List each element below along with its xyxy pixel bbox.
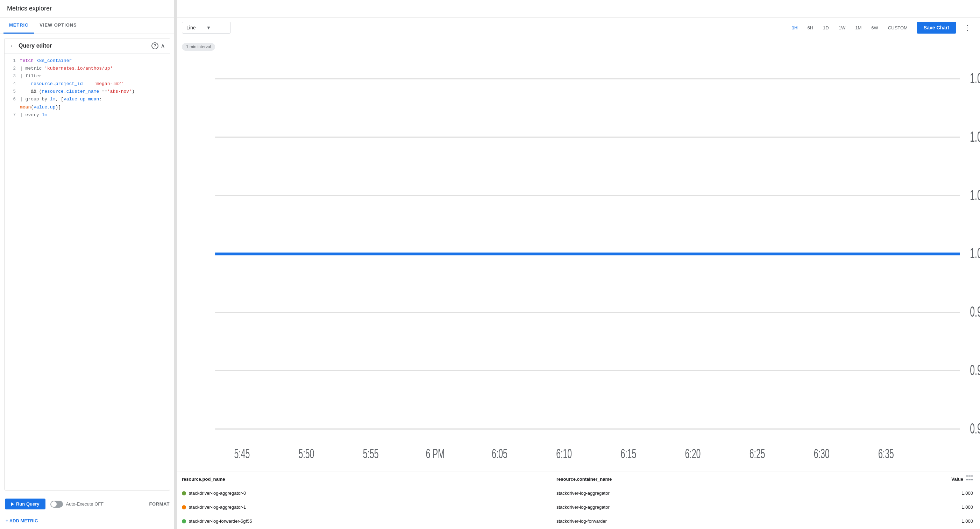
back-arrow-icon[interactable]: ← — [10, 42, 16, 50]
svg-text:6:05: 6:05 — [492, 446, 508, 461]
value-cell-2: 1.000 — [931, 518, 973, 524]
query-editor-title: ← Query editor — [10, 42, 151, 50]
svg-text:0.94: 0.94 — [970, 420, 980, 436]
value-label: Value — [951, 476, 963, 482]
play-icon — [11, 502, 14, 506]
auto-execute-toggle[interactable] — [50, 501, 63, 508]
pod-cell-0: stackdriver-log-aggregator-0 — [182, 491, 557, 496]
query-editor-panel: ← Query editor ? ∧ 1 fetch k8s_container… — [4, 38, 170, 491]
column-options-icon[interactable] — [966, 475, 973, 483]
left-tabs: METRIC VIEW OPTIONS — [0, 18, 175, 34]
interval-badge: 1 min interval — [182, 43, 215, 51]
svg-text:6:10: 6:10 — [556, 446, 572, 461]
time-btn-1w[interactable]: 1W — [835, 23, 849, 32]
dropdown-arrow-icon: ▼ — [206, 25, 211, 30]
time-buttons: 1H 6H 1D 1W 1M 6W CUSTOM — [788, 23, 911, 32]
svg-text:0.96: 0.96 — [970, 362, 980, 378]
col-header-pod: resource.pod_name — [182, 476, 557, 482]
svg-text:6:35: 6:35 — [878, 446, 894, 461]
time-btn-1h[interactable]: 1H — [788, 23, 801, 32]
svg-text:1.02: 1.02 — [970, 187, 980, 203]
code-line-2: 2 | metric 'kubernetes.io/anthos/up' — [10, 65, 165, 72]
row-dot-0 — [182, 491, 186, 496]
auto-execute-label: Auto-Execute OFF — [66, 501, 103, 507]
container-cell-2: stackdriver-log-forwarder — [557, 518, 931, 524]
chart-area: 1 min interval 1.06 1.04 1.02 1.00 0.9 — [175, 38, 980, 472]
main-layout: METRIC VIEW OPTIONS ← Query editor ? ∧ 1… — [0, 18, 980, 528]
svg-text:5:45: 5:45 — [234, 446, 250, 461]
resize-handle[interactable] — [174, 0, 177, 528]
time-btn-custom[interactable]: CUSTOM — [885, 23, 911, 32]
data-table: resource.pod_name resource.container_nam… — [175, 472, 980, 528]
chart-type-select[interactable]: Line ▼ — [182, 22, 231, 33]
pod-name-1: stackdriver-log-aggregator-1 — [189, 505, 246, 510]
svg-text:1.00: 1.00 — [970, 245, 980, 261]
chart-toolbar: Line ▼ 1H 6H 1D 1W 1M 6W CUSTOM Save Cha… — [175, 18, 980, 38]
more-options-icon[interactable]: ⋮ — [962, 22, 973, 33]
code-line-5: 5 && (resource.cluster_name =='aks-nov') — [10, 88, 165, 96]
time-btn-1m[interactable]: 1M — [852, 23, 865, 32]
col-header-value: Value — [931, 475, 973, 483]
save-chart-button[interactable]: Save Chart — [917, 22, 956, 33]
bottom-bar: Run Query Auto-Execute OFF FORMAT — [0, 495, 175, 513]
time-btn-6w[interactable]: 6W — [868, 23, 882, 32]
code-line-1: 1 fetch k8s_container — [10, 57, 165, 65]
app-title: Metrics explorer — [7, 5, 52, 12]
svg-text:6:20: 6:20 — [685, 446, 701, 461]
right-panel: Line ▼ 1H 6H 1D 1W 1M 6W CUSTOM Save Cha… — [175, 18, 980, 528]
tab-metric[interactable]: METRIC — [3, 18, 34, 33]
row-dot-2 — [182, 519, 186, 523]
collapse-icon[interactable]: ∧ — [161, 42, 165, 50]
run-query-label: Run Query — [16, 501, 39, 507]
code-editor[interactable]: 1 fetch k8s_container 2 | metric 'kubern… — [5, 54, 170, 123]
code-line-3: 3 | filter — [10, 72, 165, 80]
add-metric-label: + ADD METRIC — [6, 518, 38, 523]
svg-text:1.04: 1.04 — [970, 128, 980, 145]
table-row[interactable]: stackdriver-log-aggregator-0 stackdriver… — [175, 486, 980, 500]
app-header: Metrics explorer — [0, 0, 980, 18]
format-button[interactable]: FORMAT — [149, 501, 170, 507]
left-panel: METRIC VIEW OPTIONS ← Query editor ? ∧ 1… — [0, 18, 175, 528]
svg-text:6:25: 6:25 — [749, 446, 765, 461]
help-icon[interactable]: ? — [151, 42, 158, 49]
container-cell-1: stackdriver-log-aggregator — [557, 505, 931, 510]
table-header-row: resource.pod_name resource.container_nam… — [175, 472, 980, 486]
query-editor-label: Query editor — [19, 43, 52, 49]
container-cell-0: stackdriver-log-aggregator — [557, 491, 931, 496]
pod-name-2: stackdriver-log-forwarder-5gf55 — [189, 518, 252, 524]
code-line-4: 4 resource.project_id == 'megan-lm2' — [10, 80, 165, 88]
svg-text:6:30: 6:30 — [814, 446, 830, 461]
svg-text:5:55: 5:55 — [363, 446, 379, 461]
time-btn-1d[interactable]: 1D — [819, 23, 832, 32]
time-btn-6h[interactable]: 6H — [804, 23, 817, 32]
svg-text:6 PM: 6 PM — [426, 446, 444, 461]
code-line-6: 6 | group_by 1m, [value_up_mean: — [10, 96, 165, 103]
code-line-6b: mean(value.up)] — [10, 104, 165, 111]
table-row[interactable]: stackdriver-log-forwarder-5gf55 stackdri… — [175, 514, 980, 528]
run-query-button[interactable]: Run Query — [5, 499, 46, 510]
pod-cell-1: stackdriver-log-aggregator-1 — [182, 505, 557, 510]
add-metric-bar[interactable]: + ADD METRIC — [0, 513, 175, 528]
pod-cell-2: stackdriver-log-forwarder-5gf55 — [182, 518, 557, 524]
tab-view-options[interactable]: VIEW OPTIONS — [34, 18, 82, 33]
code-line-7: 7 | every 1m — [10, 111, 165, 119]
row-dot-1 — [182, 505, 186, 510]
col-header-container: resource.container_name — [557, 476, 931, 482]
pod-name-0: stackdriver-log-aggregator-0 — [189, 491, 246, 496]
svg-text:5:50: 5:50 — [299, 446, 314, 461]
chart-type-label: Line — [186, 25, 196, 30]
query-editor-header: ← Query editor ? ∧ — [5, 38, 170, 54]
value-cell-1: 1.000 — [931, 505, 973, 510]
chart-svg: 1.06 1.04 1.02 1.00 0.98 0.96 0.94 5:45 … — [175, 45, 980, 472]
svg-text:0.98: 0.98 — [970, 304, 980, 320]
auto-execute-toggle-wrap: Auto-Execute OFF — [50, 501, 103, 508]
value-cell-0: 1.000 — [931, 491, 973, 496]
svg-text:1.06: 1.06 — [970, 70, 980, 86]
table-row[interactable]: stackdriver-log-aggregator-1 stackdriver… — [175, 500, 980, 514]
svg-text:6:15: 6:15 — [620, 446, 636, 461]
